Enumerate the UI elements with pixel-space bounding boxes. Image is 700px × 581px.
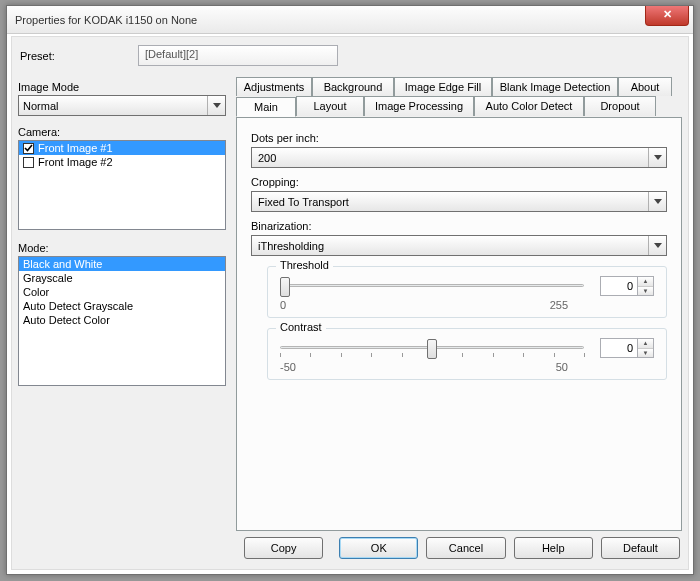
camera-item-label: Front Image #2: [38, 156, 113, 168]
contrast-scale: -50 50: [280, 361, 654, 373]
tab-label: About: [631, 81, 660, 93]
tabs-row-lower: Main Layout Image Processing Auto Color …: [236, 96, 682, 116]
preset-row: Preset: [Default][2]: [12, 37, 688, 76]
tab-label: Layout: [313, 100, 346, 112]
slider-thumb[interactable]: [280, 277, 290, 297]
cropping-label: Cropping:: [251, 176, 667, 188]
binarization-combo[interactable]: iThresholding: [251, 235, 667, 256]
scale-max: 255: [550, 299, 568, 311]
camera-item-label: Front Image #1: [38, 142, 113, 154]
chevron-down-icon: [648, 148, 666, 167]
spin-down-icon[interactable]: ▼: [638, 287, 653, 296]
scale-min: -50: [280, 361, 296, 373]
tab-label: Dropout: [600, 100, 639, 112]
slider-thumb[interactable]: [427, 339, 437, 359]
preset-value: [Default][2]: [145, 48, 198, 60]
tab-label: Blank Image Detection: [500, 81, 611, 93]
button-row: Copy OK Cancel Help Default: [12, 537, 688, 563]
checkbox-icon[interactable]: [23, 143, 34, 154]
dpi-combo[interactable]: 200: [251, 147, 667, 168]
tab-adjustments[interactable]: Adjustments: [236, 77, 312, 96]
threshold-row: ▲ ▼: [280, 275, 654, 297]
button-label: Default: [623, 542, 658, 554]
button-label: Cancel: [449, 542, 483, 554]
image-mode-label: Image Mode: [18, 81, 226, 93]
tab-label: Image Edge Fill: [405, 81, 481, 93]
tab-main[interactable]: Main: [236, 97, 296, 117]
cancel-button[interactable]: Cancel: [426, 537, 505, 559]
contrast-input[interactable]: [600, 338, 638, 358]
contrast-row: ▲ ▼: [280, 337, 654, 359]
mode-listbox[interactable]: Black and White Grayscale Color Auto Det…: [18, 256, 226, 386]
tab-auto-color-detect[interactable]: Auto Color Detect: [474, 96, 584, 116]
scale-min: 0: [280, 299, 286, 311]
chevron-down-icon: [648, 192, 666, 211]
dialog-body: Preset: [Default][2] Image Mode Normal C…: [11, 36, 689, 570]
dialog-window: Properties for KODAK i1150 on None ✕ Pre…: [6, 5, 694, 575]
close-icon: ✕: [663, 8, 672, 20]
image-mode-combo[interactable]: Normal: [18, 95, 226, 116]
tabs-row-upper: Adjustments Background Image Edge Fill B…: [236, 77, 682, 96]
image-mode-value: Normal: [23, 100, 58, 112]
tab-label: Auto Color Detect: [486, 100, 573, 112]
titlebar[interactable]: Properties for KODAK i1150 on None ✕: [7, 6, 693, 34]
tab-background[interactable]: Background: [312, 77, 394, 96]
mode-item-bw[interactable]: Black and White: [19, 257, 225, 271]
camera-item-front1[interactable]: Front Image #1: [19, 141, 225, 155]
button-label: Copy: [271, 542, 297, 554]
mode-label: Mode:: [18, 242, 226, 254]
window-title: Properties for KODAK i1150 on None: [15, 14, 197, 26]
cropping-combo[interactable]: Fixed To Transport: [251, 191, 667, 212]
spin-down-icon[interactable]: ▼: [638, 349, 653, 358]
camera-item-front2[interactable]: Front Image #2: [19, 155, 225, 169]
mode-item-label: Auto Detect Color: [23, 314, 110, 326]
tab-dropout[interactable]: Dropout: [584, 96, 656, 116]
copy-button[interactable]: Copy: [244, 537, 323, 559]
mode-item-grayscale[interactable]: Grayscale: [19, 271, 225, 285]
spin-up-icon[interactable]: ▲: [638, 339, 653, 349]
tab-about[interactable]: About: [618, 77, 672, 96]
camera-label: Camera:: [18, 126, 226, 138]
default-button[interactable]: Default: [601, 537, 680, 559]
content-area: Image Mode Normal Camera: Front Image #1…: [18, 77, 682, 531]
checkbox-icon[interactable]: [23, 157, 34, 168]
camera-listbox[interactable]: Front Image #1 Front Image #2: [18, 140, 226, 230]
ok-button[interactable]: OK: [339, 537, 418, 559]
threshold-label: Threshold: [276, 259, 333, 271]
tab-label: Image Processing: [375, 100, 463, 112]
spin-buttons: ▲ ▼: [638, 276, 654, 296]
button-label: Help: [542, 542, 565, 554]
mode-item-autocolor[interactable]: Auto Detect Color: [19, 313, 225, 327]
tab-edge-fill[interactable]: Image Edge Fill: [394, 77, 492, 96]
contrast-group: Contrast: [267, 328, 667, 380]
tab-layout[interactable]: Layout: [296, 96, 364, 116]
dpi-value: 200: [258, 152, 276, 164]
close-button[interactable]: ✕: [645, 6, 689, 26]
contrast-slider[interactable]: [280, 337, 584, 359]
preset-label: Preset:: [18, 50, 138, 62]
threshold-group: Threshold ▲ ▼: [267, 266, 667, 318]
slider-track: [280, 284, 584, 287]
right-column: Adjustments Background Image Edge Fill B…: [236, 77, 682, 531]
tab-label: Background: [324, 81, 383, 93]
tab-image-processing[interactable]: Image Processing: [364, 96, 474, 116]
threshold-slider[interactable]: [280, 275, 584, 297]
tab-blank-detection[interactable]: Blank Image Detection: [492, 77, 618, 96]
contrast-label: Contrast: [276, 321, 326, 333]
help-button[interactable]: Help: [514, 537, 593, 559]
mode-item-autogs[interactable]: Auto Detect Grayscale: [19, 299, 225, 313]
spin-up-icon[interactable]: ▲: [638, 277, 653, 287]
button-label: OK: [371, 542, 387, 554]
chevron-down-icon: [648, 236, 666, 255]
mode-item-label: Black and White: [23, 258, 102, 270]
binarization-value: iThresholding: [258, 240, 324, 252]
threshold-scale: 0 255: [280, 299, 654, 311]
mode-item-color[interactable]: Color: [19, 285, 225, 299]
preset-input[interactable]: [Default][2]: [138, 45, 338, 66]
binarization-label: Binarization:: [251, 220, 667, 232]
scale-max: 50: [556, 361, 568, 373]
cropping-value: Fixed To Transport: [258, 196, 349, 208]
chevron-down-icon: [207, 96, 225, 115]
threshold-input[interactable]: [600, 276, 638, 296]
dpi-label: Dots per inch:: [251, 132, 667, 144]
